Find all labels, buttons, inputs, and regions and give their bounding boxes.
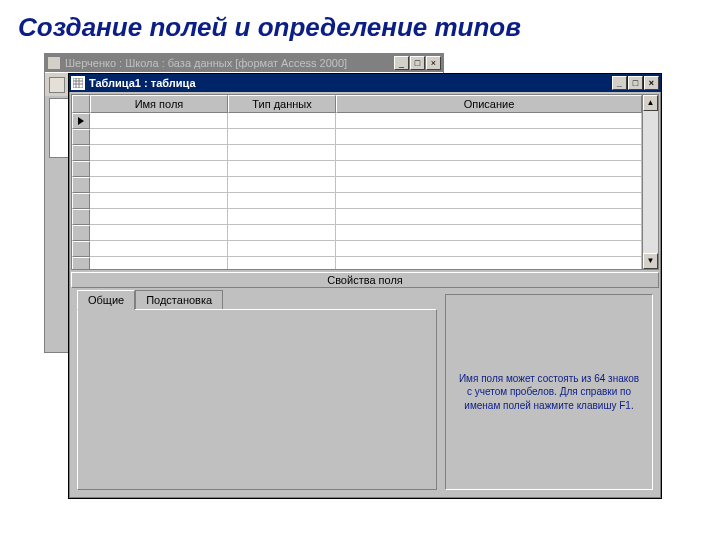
field-grid: Имя поля Тип данных Описание [71, 94, 659, 270]
datasheet-icon [71, 76, 85, 90]
table-design-window: Таблица1 : таблица _ □ × Имя поля Тип да… [68, 73, 662, 499]
svg-rect-0 [73, 78, 83, 88]
table-row[interactable] [72, 113, 642, 129]
close-button[interactable]: × [644, 76, 659, 90]
row-selector[interactable] [72, 177, 90, 193]
row-selector[interactable] [72, 145, 90, 161]
row-selector-header[interactable] [72, 95, 90, 113]
database-titlebar: Шерченко : Школа : база данных [формат A… [45, 54, 443, 72]
field-name-cell[interactable] [90, 113, 228, 129]
field-properties-header: Свойства поля [71, 272, 659, 288]
table-row[interactable] [72, 129, 642, 145]
scroll-up-button[interactable]: ▲ [643, 95, 658, 111]
field-properties-area: Общие Подстановка Имя поля может состоят… [71, 290, 659, 496]
row-selector[interactable] [72, 193, 90, 209]
toolbar-icon[interactable] [49, 77, 65, 93]
row-selector[interactable] [72, 161, 90, 177]
row-selector[interactable] [72, 209, 90, 225]
table-row[interactable] [72, 145, 642, 161]
page-title: Создание полей и определение типов [0, 0, 720, 43]
table-row[interactable] [72, 177, 642, 193]
db-maximize-button[interactable]: □ [410, 56, 425, 70]
database-icon [47, 56, 61, 70]
col-header-data-type[interactable]: Тип данных [228, 95, 336, 113]
tab-general[interactable]: Общие [77, 290, 135, 310]
row-selector[interactable] [72, 129, 90, 145]
row-selector[interactable] [72, 241, 90, 257]
properties-tabs-panel: Общие Подстановка [77, 290, 437, 490]
vertical-scrollbar[interactable]: ▲ ▼ [642, 95, 658, 269]
minimize-button[interactable]: _ [612, 76, 627, 90]
db-minimize-button[interactable]: _ [394, 56, 409, 70]
table-row[interactable] [72, 257, 642, 269]
table-row[interactable] [72, 193, 642, 209]
table-row[interactable] [72, 225, 642, 241]
db-close-button[interactable]: × [426, 56, 441, 70]
col-header-field-name[interactable]: Имя поля [90, 95, 228, 113]
database-title-text: Шерченко : Школа : база данных [формат A… [65, 57, 347, 69]
maximize-button[interactable]: □ [628, 76, 643, 90]
scroll-down-button[interactable]: ▼ [643, 253, 658, 269]
row-selector[interactable] [72, 113, 90, 129]
row-selector[interactable] [72, 257, 90, 269]
table-row[interactable] [72, 209, 642, 225]
help-panel: Имя поля может состоять из 64 знаков с у… [445, 294, 653, 490]
grid-header-row: Имя поля Тип данных Описание [72, 95, 642, 113]
table-row[interactable] [72, 241, 642, 257]
table-title-text: Таблица1 : таблица [89, 77, 196, 89]
properties-tabstrip: Общие Подстановка [77, 290, 437, 310]
description-cell[interactable] [336, 113, 642, 129]
properties-tab-body [77, 309, 437, 490]
data-type-cell[interactable] [228, 113, 336, 129]
scroll-track[interactable] [643, 111, 658, 253]
row-selector[interactable] [72, 225, 90, 241]
table-row[interactable] [72, 161, 642, 177]
table-titlebar[interactable]: Таблица1 : таблица _ □ × [69, 74, 661, 92]
tab-lookup[interactable]: Подстановка [135, 290, 223, 310]
help-text: Имя поля может состоять из 64 знаков с у… [456, 372, 642, 413]
app-area: Шерченко : Школа : база данных [формат A… [44, 53, 662, 501]
col-header-description[interactable]: Описание [336, 95, 642, 113]
grid-rows [72, 113, 642, 269]
